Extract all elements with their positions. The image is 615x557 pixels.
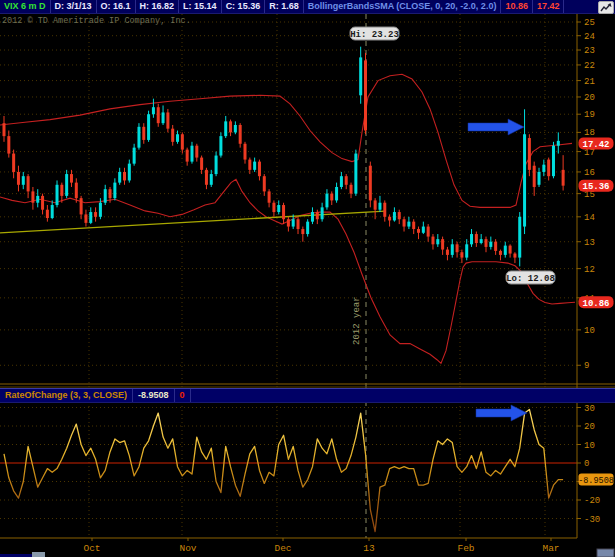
bollinger-upper-band	[0, 74, 572, 207]
candle-body	[147, 114, 150, 140]
symbol-label[interactable]: VIX 6 m D	[0, 0, 51, 13]
candle-body	[509, 246, 512, 254]
roc-axis-label: 0	[584, 459, 589, 469]
candle-body	[133, 148, 136, 164]
candle-body	[489, 242, 492, 247]
price-axis-label: 14	[584, 213, 595, 223]
copyright-watermark: 2012 © TD Ameritrade IP Company, Inc.	[2, 16, 191, 26]
close-readout: C: 15.36	[222, 0, 266, 13]
candle-body	[219, 136, 222, 155]
candle-body	[480, 239, 483, 243]
roc-header-bar: RateOfChange (3, 3, CLOSE) -8.9508 0	[0, 388, 615, 403]
candle-body	[504, 246, 507, 255]
candle-body	[277, 205, 280, 212]
price-axis-label: 9	[584, 361, 589, 371]
trendline[interactable]	[0, 211, 385, 233]
candle-body	[485, 239, 488, 247]
candle-body	[215, 156, 218, 175]
candle-body	[523, 134, 526, 226]
bottom-left-scroll-handle[interactable]	[32, 552, 45, 557]
candle-body	[176, 134, 179, 142]
candle-body	[552, 146, 555, 176]
price-axis-label: 12	[584, 265, 595, 275]
candle-body	[562, 170, 565, 186]
price-axis-label: 24	[584, 32, 595, 42]
month-label: Oct	[83, 543, 100, 554]
price-axis-label: 25	[584, 18, 595, 28]
candle-body	[162, 112, 165, 123]
candle-body	[181, 134, 184, 149]
candle-body	[248, 160, 251, 170]
candle-body	[417, 229, 420, 233]
candle-body	[118, 172, 121, 183]
candle-body	[306, 222, 309, 234]
chart-header-bar: VIX 6 m D D: 3/1/13 O: 16.1 H: 16.82 L: …	[0, 0, 615, 14]
bollinger-study-label[interactable]: BollingerBandsSMA (CLOSE, 0, 20, -2.0, 2…	[304, 0, 502, 13]
high-readout: H: 16.82	[136, 0, 180, 13]
open-readout: O: 16.1	[97, 0, 136, 13]
candle-body	[499, 251, 502, 255]
chart-style-icon[interactable]	[598, 1, 614, 14]
candle-body	[94, 212, 97, 217]
candle-body	[27, 176, 30, 191]
candle-body	[51, 205, 54, 218]
candle-body	[70, 174, 73, 183]
candle-body	[113, 183, 116, 199]
price-axis-label: 21	[584, 77, 595, 87]
candle-body	[80, 198, 83, 214]
candle-body	[321, 207, 324, 219]
candle-body	[297, 219, 300, 229]
candle-body	[374, 200, 377, 209]
month-label: Dec	[274, 543, 291, 554]
year-label: 2012 year	[352, 296, 362, 345]
trading-app-window: VIX 6 m D D: 3/1/13 O: 16.1 H: 16.82 L: …	[0, 0, 615, 557]
candle-body	[109, 189, 112, 198]
candle-body	[412, 222, 415, 229]
bottom-right-corner-widget[interactable]	[597, 549, 614, 557]
zigzag-arrow-icon	[600, 3, 612, 12]
candle-body	[340, 176, 343, 187]
candle-body	[513, 254, 516, 258]
candle-body	[41, 196, 44, 210]
candle-body	[7, 136, 10, 153]
price-bubble-text: 10.86	[582, 299, 609, 309]
candle-body	[157, 107, 160, 123]
blue-arrow-annotation-roc	[476, 405, 527, 421]
band-lower-value: 10.86	[501, 0, 533, 13]
candle-body	[345, 176, 348, 185]
candle-body	[354, 154, 357, 194]
hi-annotation-text: Hi: 23.23	[350, 30, 399, 40]
roc-study-label[interactable]: RateOfChange (3, 3, CLOSE)	[0, 389, 133, 402]
candle-body	[330, 194, 333, 201]
candle-body	[427, 227, 430, 237]
roc-axis-label: 20	[584, 422, 595, 432]
candle-body	[325, 194, 328, 208]
candle-body	[335, 187, 338, 200]
candle-body	[470, 234, 473, 244]
candle-body	[475, 234, 478, 243]
candle-body	[3, 123, 6, 136]
candle-body	[316, 212, 319, 219]
candle-body	[422, 227, 425, 233]
roc-axis-label: -20	[584, 496, 600, 506]
chart-canvas[interactable]: 9101112131415161718192021222324252012 ye…	[0, 0, 615, 557]
candle-body	[518, 217, 521, 258]
roc-axis-label: 30	[584, 404, 595, 414]
candle-body	[210, 174, 213, 185]
candle-body	[272, 203, 275, 212]
candle-body	[393, 212, 396, 220]
candle-body	[142, 127, 145, 140]
candle-body	[17, 172, 20, 185]
candle-body	[547, 160, 550, 177]
candle-body	[36, 196, 39, 203]
candle-body	[460, 252, 463, 257]
candle-body	[268, 191, 271, 202]
month-label: Mar	[542, 543, 559, 554]
month-label: Feb	[457, 543, 474, 554]
roc-axis-label: -30	[584, 515, 600, 525]
candle-body	[75, 183, 78, 199]
candle-body	[186, 150, 189, 162]
price-axis-label: 20	[584, 93, 595, 103]
candle-body	[244, 144, 247, 160]
candle-body	[538, 172, 541, 185]
